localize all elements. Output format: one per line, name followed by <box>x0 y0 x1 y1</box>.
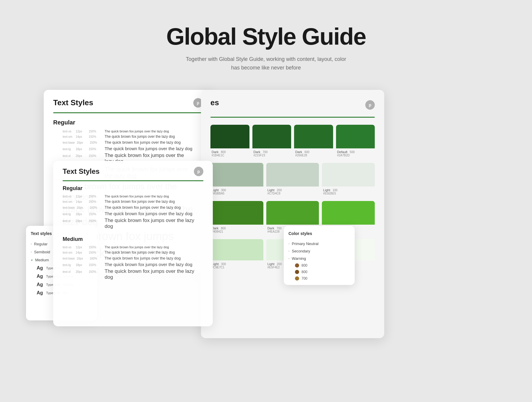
font-row: text-xl20px150% The quick brown fox jump… <box>63 218 203 229</box>
chevron-right-icon: › <box>288 242 289 245</box>
chevron-right-icon: › <box>288 249 289 253</box>
panel-label: Warning <box>292 256 306 261</box>
card-header-row: Text Styles p <box>53 98 203 108</box>
color-swatch-dark-700: Dark700#215F23 <box>252 125 291 158</box>
color-card-icon-p: p <box>365 100 375 110</box>
ag-preview: Ag <box>37 290 43 296</box>
text-styles-title: Text Styles <box>53 98 93 107</box>
font-row: text-base16px160% The quick brown fox ju… <box>63 205 203 210</box>
font-row: text-lg18px150% The quick brown fox jump… <box>63 211 203 216</box>
panel-label: Primary Neutral <box>292 241 318 246</box>
panel-item-secondary[interactable]: › Secondary <box>288 247 350 255</box>
chevron-right-icon: › <box>288 257 289 260</box>
font-row: text-base16px150% The quick brown fox ju… <box>63 140 193 145</box>
font-row: text-sm14px150% The quick brown fox jump… <box>63 134 193 139</box>
color-swatch-dark-800: Dark800#1B4E1C <box>210 125 249 158</box>
chevron-right-icon: › <box>31 250 32 254</box>
card2-medium-title: Medium <box>63 236 203 242</box>
chevron-down-icon: ∨ <box>31 258 33 262</box>
card2-medium-section: Medium text-xs12px150% The quick brown f… <box>53 231 213 280</box>
font-row: text-lg18px150% The quick brown fox jump… <box>63 146 193 151</box>
color-swatch-light-100: Light100#E5EBE5 <box>322 163 375 196</box>
hero-subtitle: Together with Global Style Guide, workin… <box>0 55 532 72</box>
card2-regular-rows: text-xs12px150% The quick brown fox jump… <box>63 194 203 229</box>
hero-section: Global Style Guide Together with Global … <box>0 0 532 84</box>
ag-preview: Ag <box>37 274 43 279</box>
color-swatch-dark2-800: Dark800#408421 <box>210 201 263 234</box>
color-card-header: es p <box>201 90 384 118</box>
card2-icon: p <box>194 167 203 176</box>
panel-item-warning[interactable]: › Warning <box>288 255 350 262</box>
text-styles-card2: Text Styles p Regular text-xs12px150% Th… <box>53 161 213 326</box>
shade-dot <box>295 276 299 281</box>
cards-area: Text Styles p Regular text-xs12px150% Th… <box>0 84 532 374</box>
color-swatch-light-300: Light300#A5BBA5 <box>210 163 263 196</box>
card2-regular-title: Regular <box>63 185 203 192</box>
font-row: text-sm14px150% The quick brown fox jump… <box>63 200 203 204</box>
color-card-divider <box>210 117 375 118</box>
font-row: text-lg18px150% The quick brown fox jump… <box>63 262 203 267</box>
color-swatch-default-500: Default500#2A7B2D <box>336 125 375 158</box>
chevron-right-icon: › <box>31 242 32 246</box>
sidebar-label-semiboid: Semiboid <box>34 250 50 254</box>
card2-title: Text Styles <box>63 167 100 176</box>
shade-label: 800 <box>301 263 307 268</box>
font-row: text-xs12px150% The quick brown fox jump… <box>63 129 193 133</box>
panel-shade-row-700: 700 <box>288 275 350 282</box>
color-card-partial-title: es <box>210 98 219 107</box>
color-swatch-light-200: Light200#C7D4C8 <box>266 163 319 196</box>
ag-preview: Ag <box>37 265 43 271</box>
light-color-row-1: Light300#A5BBA5 Light200#C7D4C8 Light100… <box>201 163 384 196</box>
panel-shade-row-800b: 800 <box>288 269 350 275</box>
card2-header-row: Text Styles p <box>63 167 203 176</box>
color-swatch-dark-600: Dark600#266E28 <box>294 125 333 158</box>
card2-regular-section: Regular text-xs12px150% The quick brown … <box>53 181 213 229</box>
shade-dot <box>295 263 299 268</box>
shade-dot <box>295 270 299 274</box>
card2-medium-rows: text-xs12px150% The quick brown fox jump… <box>63 245 203 280</box>
color-styles-card: es p Dark800#1B4E1C Dark700#215F23 Dark6… <box>201 90 384 338</box>
font-row: text-base16px160% The quick brown fox ju… <box>63 256 203 260</box>
panel-label: Secondary <box>292 249 310 253</box>
card-header: Text Styles p <box>44 90 212 113</box>
shade-label: 800 <box>301 270 307 274</box>
panel-item-primary-neutral[interactable]: › Primary Neutral <box>288 240 350 247</box>
shade-label: 700 <box>301 276 307 281</box>
sidebar-label-regular: Regular <box>34 242 48 246</box>
page-title: Global Style Guide <box>0 24 532 50</box>
card2-header: Text Styles p <box>53 161 213 181</box>
color-swatch-light2-300: Light300#C9E7C1 <box>210 239 263 270</box>
font-row: text-sm14px150% The quick brown fox jump… <box>63 250 203 255</box>
font-row: text-xl20px150% The quick brown fox jump… <box>63 268 203 280</box>
ag-preview: Ag <box>37 282 43 287</box>
regular-section-title: Regular <box>53 119 203 126</box>
sidebar-label-medium: Medium <box>35 258 49 262</box>
color-panel-card: Color styles › Primary Neutral › Seconda… <box>284 226 355 285</box>
color-panel-title: Color styles <box>288 231 350 236</box>
dark-color-row-1: Dark800#1B4E1C Dark700#215F23 Dark600#26… <box>201 125 384 158</box>
font-row: text-xs12px150% The quick brown fox jump… <box>63 194 203 198</box>
font-row: text-xs12px150% The quick brown fox jump… <box>63 245 203 249</box>
panel-shade-row-800a: 800 <box>288 262 350 269</box>
